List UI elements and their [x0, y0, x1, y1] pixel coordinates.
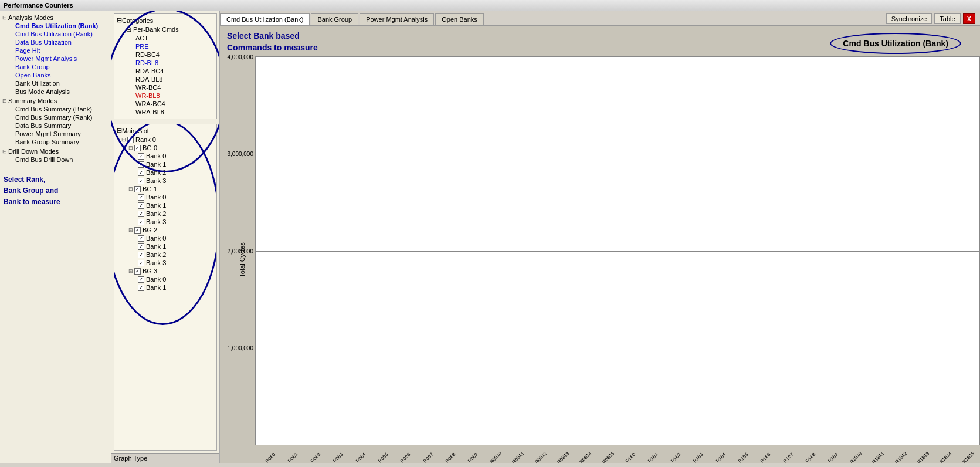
title-bar: Performance Counters: [0, 0, 980, 11]
chart-title-left: Select Bank basedCommands to measure: [227, 31, 318, 53]
bg2-bank1-item[interactable]: Bank 1: [117, 242, 214, 251]
bank1-checkbox[interactable]: [138, 161, 144, 168]
bg2-bank0-checkbox[interactable]: [138, 235, 144, 242]
bg3-bank0-checkbox[interactable]: [138, 276, 144, 283]
bottom-bar: Graph Type: [111, 453, 219, 463]
rank0-item[interactable]: ⊟ Rank 0: [117, 136, 214, 144]
tab-open-banks[interactable]: Open Banks: [435, 13, 484, 25]
close-button[interactable]: X: [963, 13, 975, 24]
cat-rda-bl8[interactable]: RDA-BL8: [117, 75, 214, 83]
bank1-item[interactable]: Bank 1: [117, 160, 214, 168]
tab-cmd-bus-bank[interactable]: Cmd Bus Utilization (Bank): [220, 13, 310, 25]
drill-down-label: Drill Down Modes: [8, 148, 59, 155]
bg1-bank0-checkbox[interactable]: [138, 194, 144, 201]
sidebar-item-bank-group-summary[interactable]: Bank Group Summary: [1, 138, 110, 146]
x-axis-label: R0B2: [306, 448, 325, 463]
bank2-checkbox[interactable]: [138, 170, 144, 176]
x-axis-label: R1B14: [937, 448, 955, 463]
sidebar-item-bank-util[interactable]: Bank Utilization: [1, 79, 110, 87]
bank0-checkbox[interactable]: [138, 153, 144, 160]
bg0-checkbox[interactable]: [134, 145, 141, 151]
bg1-bank0-item[interactable]: Bank 0: [117, 193, 214, 201]
bg3-bank1-item[interactable]: Bank 1: [117, 283, 214, 292]
graph-type-label: Graph Type: [114, 455, 147, 462]
per-bank-cmds-item[interactable]: ⊟ Per-Bank Cmds: [117, 25, 214, 34]
summary-modes-header[interactable]: ⊟ Summary Modes: [1, 97, 110, 105]
bg3-expand: ⊟: [128, 268, 133, 274]
tab-bank-group-label: Bank Group: [317, 16, 352, 23]
chart-area: Select Bank basedCommands to measure Cmd…: [220, 26, 980, 463]
slot-title: ⊟ Main Slot: [117, 127, 214, 134]
cat-act[interactable]: ACT: [117, 34, 214, 42]
cat-wr-bc4[interactable]: WR-BC4: [117, 83, 214, 92]
summary-expand-icon: ⊟: [2, 98, 7, 104]
cat-wra-bl8[interactable]: WRA-BL8: [117, 108, 214, 116]
cat-rd-bc4[interactable]: RD-BC4: [117, 50, 214, 59]
drill-down-header[interactable]: ⊟ Drill Down Modes: [1, 147, 110, 155]
bg2-checkbox[interactable]: [134, 227, 141, 234]
sidebar-item-bus-mode[interactable]: Bus Mode Analysis: [1, 87, 110, 96]
cat-rd-bl8[interactable]: RD-BL8: [117, 59, 214, 67]
bg1-bank3-item[interactable]: Bank 3: [117, 218, 214, 226]
cat-rda-bc4[interactable]: RDA-BC4: [117, 67, 214, 75]
chart-plot: 4,000,0003,000,0002,000,0001,000,000R0B0…: [255, 56, 980, 445]
bg1-bank1-item[interactable]: Bank 1: [117, 201, 214, 209]
table-button[interactable]: Table: [934, 13, 960, 24]
sidebar-item-data-bus[interactable]: Data Bus Utilization: [1, 38, 110, 46]
tab-power-mgmt[interactable]: Power Mgmt Analysis: [360, 13, 434, 25]
bg1-bank2-item[interactable]: Bank 2: [117, 209, 214, 218]
sidebar-item-cmd-drill[interactable]: Cmd Bus Drill Down: [1, 155, 110, 164]
bg2-bank3-checkbox[interactable]: [138, 260, 144, 266]
x-axis-label: R0B4: [351, 448, 370, 463]
bg2-bank1-checkbox[interactable]: [138, 243, 144, 250]
bg3-item[interactable]: ⊟ BG 3: [117, 267, 214, 275]
cat-pre[interactable]: PRE: [117, 42, 214, 50]
bank2-item[interactable]: Bank 2: [117, 168, 214, 177]
cat-wra-bc4[interactable]: WRA-BC4: [117, 100, 214, 108]
bg1-checkbox[interactable]: [134, 186, 141, 192]
left-panel: ⊟ Analysis Modes Cmd Bus Utilization (Ba…: [0, 11, 111, 463]
bg1-bank2-checkbox[interactable]: [138, 211, 144, 217]
sidebar-item-cmd-summary-bank[interactable]: Cmd Bus Summary (Bank): [1, 105, 110, 113]
sidebar-item-page-hit[interactable]: Page Hit: [1, 46, 110, 55]
bg1-item[interactable]: ⊟ BG 1: [117, 185, 214, 193]
bank0-item[interactable]: Bank 0: [117, 152, 214, 160]
sidebar-item-power-summary[interactable]: Power Mgmt Summary: [1, 130, 110, 138]
grid-line: [256, 154, 979, 154]
sidebar-item-cmd-bus-bank[interactable]: Cmd Bus Utilization (Bank): [1, 22, 110, 30]
bg2-bank3-item[interactable]: Bank 3: [117, 259, 214, 267]
sync-button[interactable]: Synchronize: [886, 13, 932, 24]
bg2-bank2-item[interactable]: Bank 2: [117, 251, 214, 259]
sidebar-item-bank-group[interactable]: Bank Group: [1, 63, 110, 71]
x-axis-label: R1B1: [644, 448, 663, 463]
bg1-bank3-checkbox[interactable]: [138, 219, 144, 225]
sidebar-item-cmd-bus-rank[interactable]: Cmd Bus Utilization (Rank): [1, 30, 110, 38]
x-axis-label: R0B0: [261, 448, 280, 463]
bank3-checkbox[interactable]: [138, 178, 144, 184]
bg3-bank0-item[interactable]: Bank 0: [117, 275, 214, 283]
x-axis-label: R1B9: [824, 448, 843, 463]
bg2-bank2-checkbox[interactable]: [138, 252, 144, 258]
sidebar-item-cmd-summary-rank[interactable]: Cmd Bus Summary (Rank): [1, 113, 110, 121]
sidebar-item-data-summary[interactable]: Data Bus Summary: [1, 121, 110, 130]
y-axis-value: 3,000,000: [228, 151, 254, 157]
cat-wr-bl8[interactable]: WR-BL8: [117, 92, 214, 100]
analysis-modes-header[interactable]: ⊟ Analysis Modes: [1, 13, 110, 22]
bank3-item[interactable]: Bank 3: [117, 177, 214, 185]
rank0-checkbox[interactable]: [127, 137, 134, 143]
sidebar-item-power-mgmt[interactable]: Power Mgmt Analysis: [1, 55, 110, 63]
categories-title: ⊟ Categories: [117, 16, 214, 24]
expand-icon: ⊟: [2, 15, 7, 21]
bg0-item[interactable]: ⊟ BG 0: [117, 144, 214, 152]
grid-line: [256, 348, 979, 348]
bg3-bank1-checkbox[interactable]: [138, 285, 144, 291]
bg2-item[interactable]: ⊟ BG 2: [117, 226, 214, 234]
sidebar-item-open-banks[interactable]: Open Banks: [1, 71, 110, 79]
bg2-bank0-item[interactable]: Bank 0: [117, 234, 214, 242]
x-axis-label: R1B4: [711, 448, 730, 463]
x-axis-label: R0B6: [396, 448, 415, 463]
rank0-expand: ⊟: [121, 137, 126, 143]
tab-bank-group[interactable]: Bank Group: [311, 13, 358, 25]
bg1-bank1-checkbox[interactable]: [138, 202, 144, 209]
bg3-checkbox[interactable]: [134, 268, 141, 275]
